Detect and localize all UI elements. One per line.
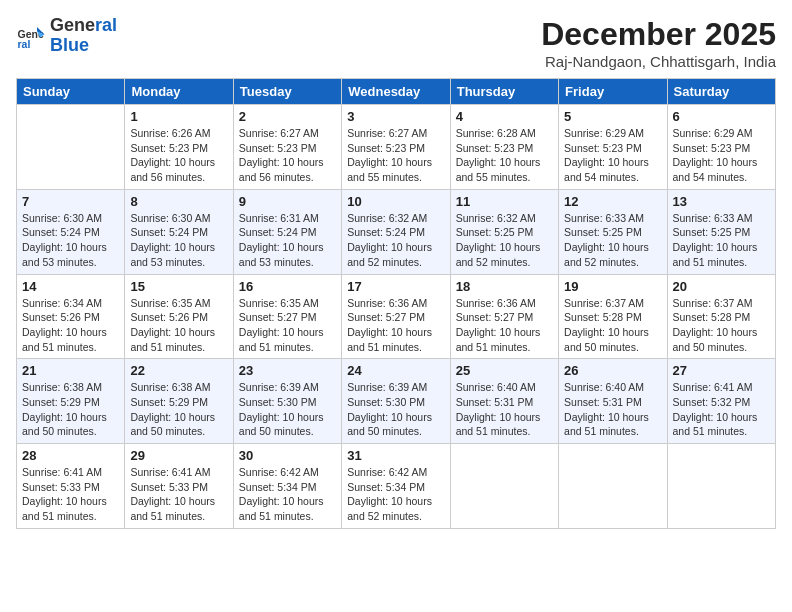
- calendar-cell: 5Sunrise: 6:29 AM Sunset: 5:23 PM Daylig…: [559, 105, 667, 190]
- day-info: Sunrise: 6:41 AM Sunset: 5:32 PM Dayligh…: [673, 380, 770, 439]
- calendar-cell: 25Sunrise: 6:40 AM Sunset: 5:31 PM Dayli…: [450, 359, 558, 444]
- logo: Gene ral General Blue: [16, 16, 117, 56]
- day-number: 7: [22, 194, 119, 209]
- day-info: Sunrise: 6:40 AM Sunset: 5:31 PM Dayligh…: [456, 380, 553, 439]
- calendar-cell: 10Sunrise: 6:32 AM Sunset: 5:24 PM Dayli…: [342, 189, 450, 274]
- day-number: 11: [456, 194, 553, 209]
- day-info: Sunrise: 6:39 AM Sunset: 5:30 PM Dayligh…: [347, 380, 444, 439]
- day-number: 2: [239, 109, 336, 124]
- calendar-cell: 29Sunrise: 6:41 AM Sunset: 5:33 PM Dayli…: [125, 444, 233, 529]
- day-number: 24: [347, 363, 444, 378]
- day-number: 13: [673, 194, 770, 209]
- day-number: 3: [347, 109, 444, 124]
- calendar-cell: [559, 444, 667, 529]
- day-info: Sunrise: 6:29 AM Sunset: 5:23 PM Dayligh…: [564, 126, 661, 185]
- header-thursday: Thursday: [450, 79, 558, 105]
- calendar-table: SundayMondayTuesdayWednesdayThursdayFrid…: [16, 78, 776, 529]
- day-info: Sunrise: 6:40 AM Sunset: 5:31 PM Dayligh…: [564, 380, 661, 439]
- day-info: Sunrise: 6:26 AM Sunset: 5:23 PM Dayligh…: [130, 126, 227, 185]
- calendar-cell: 18Sunrise: 6:36 AM Sunset: 5:27 PM Dayli…: [450, 274, 558, 359]
- day-info: Sunrise: 6:32 AM Sunset: 5:24 PM Dayligh…: [347, 211, 444, 270]
- calendar-cell: 1Sunrise: 6:26 AM Sunset: 5:23 PM Daylig…: [125, 105, 233, 190]
- day-number: 31: [347, 448, 444, 463]
- day-info: Sunrise: 6:41 AM Sunset: 5:33 PM Dayligh…: [130, 465, 227, 524]
- day-info: Sunrise: 6:33 AM Sunset: 5:25 PM Dayligh…: [564, 211, 661, 270]
- day-info: Sunrise: 6:27 AM Sunset: 5:23 PM Dayligh…: [239, 126, 336, 185]
- calendar-cell: 11Sunrise: 6:32 AM Sunset: 5:25 PM Dayli…: [450, 189, 558, 274]
- day-info: Sunrise: 6:36 AM Sunset: 5:27 PM Dayligh…: [456, 296, 553, 355]
- day-number: 15: [130, 279, 227, 294]
- day-number: 4: [456, 109, 553, 124]
- calendar-cell: 28Sunrise: 6:41 AM Sunset: 5:33 PM Dayli…: [17, 444, 125, 529]
- day-info: Sunrise: 6:37 AM Sunset: 5:28 PM Dayligh…: [673, 296, 770, 355]
- day-info: Sunrise: 6:38 AM Sunset: 5:29 PM Dayligh…: [130, 380, 227, 439]
- calendar-header-row: SundayMondayTuesdayWednesdayThursdayFrid…: [17, 79, 776, 105]
- day-info: Sunrise: 6:37 AM Sunset: 5:28 PM Dayligh…: [564, 296, 661, 355]
- day-number: 12: [564, 194, 661, 209]
- calendar-cell: 23Sunrise: 6:39 AM Sunset: 5:30 PM Dayli…: [233, 359, 341, 444]
- day-info: Sunrise: 6:30 AM Sunset: 5:24 PM Dayligh…: [130, 211, 227, 270]
- calendar-cell: [667, 444, 775, 529]
- day-number: 19: [564, 279, 661, 294]
- day-info: Sunrise: 6:41 AM Sunset: 5:33 PM Dayligh…: [22, 465, 119, 524]
- day-number: 22: [130, 363, 227, 378]
- svg-text:ral: ral: [18, 38, 31, 50]
- header-wednesday: Wednesday: [342, 79, 450, 105]
- calendar-cell: [17, 105, 125, 190]
- calendar-cell: 2Sunrise: 6:27 AM Sunset: 5:23 PM Daylig…: [233, 105, 341, 190]
- day-info: Sunrise: 6:34 AM Sunset: 5:26 PM Dayligh…: [22, 296, 119, 355]
- day-info: Sunrise: 6:28 AM Sunset: 5:23 PM Dayligh…: [456, 126, 553, 185]
- calendar-cell: 8Sunrise: 6:30 AM Sunset: 5:24 PM Daylig…: [125, 189, 233, 274]
- day-number: 21: [22, 363, 119, 378]
- logo-icon: Gene ral: [16, 21, 46, 51]
- location: Raj-Nandgaon, Chhattisgarh, India: [541, 53, 776, 70]
- calendar-cell: 4Sunrise: 6:28 AM Sunset: 5:23 PM Daylig…: [450, 105, 558, 190]
- day-info: Sunrise: 6:38 AM Sunset: 5:29 PM Dayligh…: [22, 380, 119, 439]
- calendar-week-row: 7Sunrise: 6:30 AM Sunset: 5:24 PM Daylig…: [17, 189, 776, 274]
- calendar-cell: 9Sunrise: 6:31 AM Sunset: 5:24 PM Daylig…: [233, 189, 341, 274]
- calendar-cell: 22Sunrise: 6:38 AM Sunset: 5:29 PM Dayli…: [125, 359, 233, 444]
- day-info: Sunrise: 6:29 AM Sunset: 5:23 PM Dayligh…: [673, 126, 770, 185]
- day-number: 23: [239, 363, 336, 378]
- day-info: Sunrise: 6:35 AM Sunset: 5:26 PM Dayligh…: [130, 296, 227, 355]
- day-number: 20: [673, 279, 770, 294]
- day-number: 14: [22, 279, 119, 294]
- calendar-cell: [450, 444, 558, 529]
- day-info: Sunrise: 6:33 AM Sunset: 5:25 PM Dayligh…: [673, 211, 770, 270]
- calendar-cell: 7Sunrise: 6:30 AM Sunset: 5:24 PM Daylig…: [17, 189, 125, 274]
- day-info: Sunrise: 6:35 AM Sunset: 5:27 PM Dayligh…: [239, 296, 336, 355]
- calendar-week-row: 21Sunrise: 6:38 AM Sunset: 5:29 PM Dayli…: [17, 359, 776, 444]
- day-number: 18: [456, 279, 553, 294]
- calendar-cell: 30Sunrise: 6:42 AM Sunset: 5:34 PM Dayli…: [233, 444, 341, 529]
- header-sunday: Sunday: [17, 79, 125, 105]
- calendar-cell: 20Sunrise: 6:37 AM Sunset: 5:28 PM Dayli…: [667, 274, 775, 359]
- day-info: Sunrise: 6:39 AM Sunset: 5:30 PM Dayligh…: [239, 380, 336, 439]
- day-info: Sunrise: 6:36 AM Sunset: 5:27 PM Dayligh…: [347, 296, 444, 355]
- day-info: Sunrise: 6:42 AM Sunset: 5:34 PM Dayligh…: [347, 465, 444, 524]
- month-title: December 2025: [541, 16, 776, 53]
- day-number: 17: [347, 279, 444, 294]
- calendar-week-row: 28Sunrise: 6:41 AM Sunset: 5:33 PM Dayli…: [17, 444, 776, 529]
- calendar-cell: 14Sunrise: 6:34 AM Sunset: 5:26 PM Dayli…: [17, 274, 125, 359]
- day-number: 1: [130, 109, 227, 124]
- day-number: 10: [347, 194, 444, 209]
- calendar-cell: 26Sunrise: 6:40 AM Sunset: 5:31 PM Dayli…: [559, 359, 667, 444]
- day-number: 30: [239, 448, 336, 463]
- day-number: 9: [239, 194, 336, 209]
- page-header: Gene ral General Blue December 2025 Raj-…: [16, 16, 776, 70]
- calendar-cell: 31Sunrise: 6:42 AM Sunset: 5:34 PM Dayli…: [342, 444, 450, 529]
- day-info: Sunrise: 6:32 AM Sunset: 5:25 PM Dayligh…: [456, 211, 553, 270]
- header-monday: Monday: [125, 79, 233, 105]
- calendar-cell: 16Sunrise: 6:35 AM Sunset: 5:27 PM Dayli…: [233, 274, 341, 359]
- calendar-cell: 6Sunrise: 6:29 AM Sunset: 5:23 PM Daylig…: [667, 105, 775, 190]
- calendar-cell: 17Sunrise: 6:36 AM Sunset: 5:27 PM Dayli…: [342, 274, 450, 359]
- calendar-cell: 27Sunrise: 6:41 AM Sunset: 5:32 PM Dayli…: [667, 359, 775, 444]
- day-number: 29: [130, 448, 227, 463]
- day-number: 28: [22, 448, 119, 463]
- title-area: December 2025 Raj-Nandgaon, Chhattisgarh…: [541, 16, 776, 70]
- calendar-cell: 21Sunrise: 6:38 AM Sunset: 5:29 PM Dayli…: [17, 359, 125, 444]
- calendar-week-row: 1Sunrise: 6:26 AM Sunset: 5:23 PM Daylig…: [17, 105, 776, 190]
- day-number: 26: [564, 363, 661, 378]
- day-info: Sunrise: 6:42 AM Sunset: 5:34 PM Dayligh…: [239, 465, 336, 524]
- day-info: Sunrise: 6:27 AM Sunset: 5:23 PM Dayligh…: [347, 126, 444, 185]
